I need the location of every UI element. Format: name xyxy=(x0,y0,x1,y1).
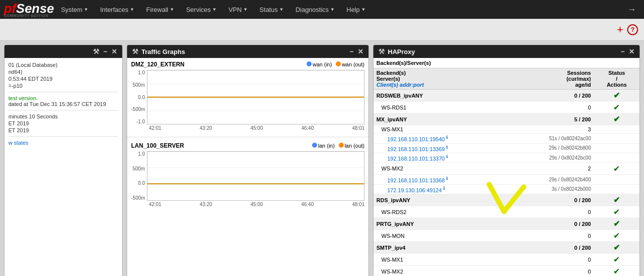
dmz-wan-out-legend: wan (out) xyxy=(336,61,365,67)
dmz-y--1.0: -1.0 xyxy=(131,119,145,124)
haproxy-panel: ⚒ HAProxy − ✕ Backend(s)/Server(s) Backe… xyxy=(373,45,640,276)
haproxy-col-sessions: Sessions (cur/max) age/id xyxy=(509,68,594,90)
left-panel-close-icon[interactable]: ✕ xyxy=(110,48,118,55)
haproxy-wrench-icon[interactable]: ⚒ xyxy=(377,48,386,55)
dmz-x-3: 45:00 xyxy=(250,125,263,131)
nav-help[interactable]: Help ▼ xyxy=(342,3,371,16)
dmz-x-4: 46:40 xyxy=(301,125,314,131)
haproxy-row-13: WS-MON0✔ xyxy=(373,230,640,242)
pfsense-logo: pfSense COMMUNITY EDITION xyxy=(4,2,54,17)
traffic-graphs-panel: ⚒ Traffic Graphs − ✕ DMZ_120_EXTERN wan … xyxy=(127,45,369,276)
dmz-graph-header: DMZ_120_EXTERN wan (in) wan (out) xyxy=(131,61,365,68)
lan-x-labels: 42:01 43:20 45:00 46:40 48:01 xyxy=(131,201,365,208)
lan-x-3: 45:00 xyxy=(250,202,263,207)
haproxy-row-5[interactable]: 192.168.110.101:13369 ℹ29s / 0x80242b800 xyxy=(373,143,640,153)
nav-firewall[interactable]: Firewall ▼ xyxy=(141,3,179,16)
left-panel-body: 01 (Local Database) nd64) 0:53:44 EDT 20… xyxy=(4,58,122,150)
nav-diagnostics[interactable]: Diagnostics ▼ xyxy=(290,3,339,16)
dmz-y--500m: -500m xyxy=(131,107,145,112)
haproxy-col-client: Client(s) addr:port xyxy=(376,82,506,88)
lan-graph-header: LAN_100_SERVER lan (in) lan (out) xyxy=(131,142,365,149)
dmz-y-axis: 1.0 500m 0.0 -500m -1.0 xyxy=(131,70,147,124)
haproxy-row-7: WS-MX22✔ xyxy=(373,163,640,174)
haproxy-col-backend: Backend(s) Server(s) Client(s) addr:port xyxy=(373,68,509,90)
traffic-minimize-icon[interactable]: − xyxy=(349,48,355,55)
lan-graph-legend: lan (in) lan (out) xyxy=(312,143,365,149)
haproxy-minimize-icon[interactable]: − xyxy=(620,48,626,55)
haproxy-row-4[interactable]: 192.168.110.101:19540 ℹ51s / 0x80242ac00 xyxy=(373,134,640,144)
dmz-graph-container: 1.0 500m 0.0 -500m -1.0 xyxy=(131,70,365,124)
haproxy-body: Backend(s)/Server(s) Backend(s) Server(s… xyxy=(373,58,640,276)
left-update-link[interactable]: test version. xyxy=(8,95,118,101)
haproxy-row-3: WS-MX13 xyxy=(373,125,640,134)
haproxy-row-8[interactable]: 192.168.110.101:13368 ℹ29s / 0x80242b400 xyxy=(373,174,640,184)
nav-vpn[interactable]: VPN ▼ xyxy=(224,3,253,16)
lan-y-axis: 1.0 500m 0.0 -500m xyxy=(131,151,147,201)
dmz-y-500m: 500m xyxy=(131,82,145,88)
left-panel-minimize-icon[interactable]: − xyxy=(102,48,108,55)
haproxy-section-row: Backend(s)/Server(s) xyxy=(373,58,640,68)
toolbar: + ? xyxy=(0,19,644,41)
left-states-link[interactable]: w states xyxy=(8,140,118,146)
lan-graph-area xyxy=(147,151,365,201)
lan-graph-title: LAN_100_SERVER xyxy=(131,142,184,149)
left-date-2: ET 2019 xyxy=(8,127,118,133)
lan-x-5: 48:01 xyxy=(352,202,365,207)
add-widget-button[interactable]: + xyxy=(617,23,623,36)
left-panel-wrench-icon[interactable]: ⚒ xyxy=(92,48,100,55)
lan-x-2: 43:20 xyxy=(200,202,212,207)
dmz-graph-area xyxy=(147,70,365,124)
nav-interfaces[interactable]: Interfaces ▼ xyxy=(95,3,139,16)
dmz-data-line xyxy=(147,97,364,98)
dmz-x-5: 48:01 xyxy=(352,125,365,131)
graph-separator xyxy=(127,137,368,137)
dmz-wan-in-legend: wan (in) xyxy=(307,61,332,67)
haproxy-col-status: Status / Actions xyxy=(594,68,640,90)
dmz-y-1.0: 1.0 xyxy=(131,70,145,75)
left-date-1: ET 2019 xyxy=(8,120,118,126)
haproxy-table: Backend(s)/Server(s) Backend(s) Server(s… xyxy=(373,58,640,276)
traffic-wrench-icon[interactable]: ⚒ xyxy=(131,48,139,55)
dmz-graph-section: DMZ_120_EXTERN wan (in) wan (out) 1.0 50… xyxy=(127,58,368,135)
nav-status[interactable]: Status ▼ xyxy=(255,3,289,16)
lan-y-500m: 500m xyxy=(131,166,145,171)
left-divider-2 xyxy=(8,110,118,110)
help-button[interactable]: ? xyxy=(627,24,638,35)
left-panel: ⚒ − ✕ 01 (Local Database) nd64) 0:53:44 … xyxy=(4,45,123,276)
dmz-y-0.0: 0.0 xyxy=(131,95,145,100)
lan-x-1: 42:01 xyxy=(149,202,161,207)
traffic-graphs-body: DMZ_120_EXTERN wan (in) wan (out) 1.0 50… xyxy=(127,58,368,211)
main-area: ⚒ − ✕ 01 (Local Database) nd64) 0:53:44 … xyxy=(0,41,644,276)
dmz-x-1: 42:01 xyxy=(149,125,161,131)
left-info-line-3: 0:53:44 EDT 2019 xyxy=(8,76,118,82)
left-update-date: dated at Tue Dec 31 15:36:57 CET 2019 xyxy=(8,101,118,107)
main-nav: pfSense COMMUNITY EDITION System ▼ Inter… xyxy=(0,0,644,19)
left-divider-3 xyxy=(8,136,118,137)
traffic-graphs-title: Traffic Graphs xyxy=(141,48,347,55)
dmz-graph-title: DMZ_120_EXTERN xyxy=(131,61,184,68)
nav-system[interactable]: System ▼ xyxy=(56,3,93,16)
dmz-x-2: 43:20 xyxy=(200,125,212,131)
haproxy-title: HAProxy xyxy=(388,48,618,55)
haproxy-row-11: WS-RDS20✔ xyxy=(373,206,640,218)
logout-button[interactable]: → xyxy=(623,2,640,17)
haproxy-col-server: Server(s) xyxy=(376,76,506,82)
lan-graph-container: 1.0 500m 0.0 -500m xyxy=(131,151,365,201)
haproxy-row-9[interactable]: 172.19.130.106:49124 ℹ3s / 0x80242b000 xyxy=(373,184,640,194)
nav-services[interactable]: Services ▼ xyxy=(181,3,222,16)
haproxy-row-12: PRTG_ipvANY0 / 200✔ xyxy=(373,218,640,230)
dmz-x-labels: 42:01 43:20 45:00 46:40 48:01 xyxy=(131,124,365,132)
haproxy-section-label: Backend(s)/Server(s) xyxy=(373,58,640,68)
haproxy-row-6[interactable]: 192.168.110.101:13370 ℹ29s / 0x80242bc00 xyxy=(373,153,640,163)
lan-data-line xyxy=(147,183,364,184)
traffic-graphs-header: ⚒ Traffic Graphs − ✕ xyxy=(127,45,368,58)
haproxy-col-headers: Backend(s) Server(s) Client(s) addr:port… xyxy=(373,68,640,90)
left-uptime: minutes 10 Seconds xyxy=(8,113,118,119)
haproxy-row-0: RDSWEB_ipvANY0 / 200✔ xyxy=(373,90,640,102)
left-info-line-2: nd64) xyxy=(8,69,118,75)
traffic-close-icon[interactable]: ✕ xyxy=(357,48,365,55)
lan-graph-section: LAN_100_SERVER lan (in) lan (out) 1.0 50… xyxy=(127,139,368,211)
haproxy-close-icon[interactable]: ✕ xyxy=(628,48,636,55)
lan-y-0.0: 0.0 xyxy=(131,180,145,186)
lan-out-legend: lan (out) xyxy=(339,143,365,149)
